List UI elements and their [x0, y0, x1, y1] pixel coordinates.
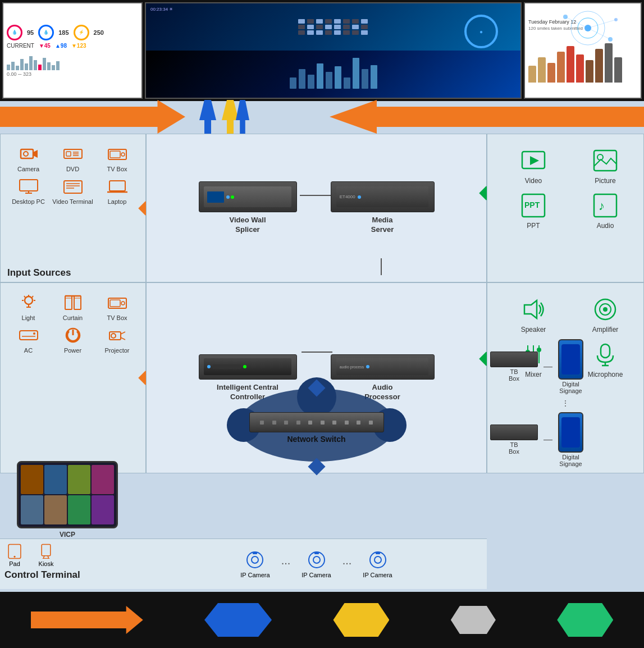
svg-text:PPT: PPT	[524, 200, 540, 209]
bottom-arrow-teal-hex	[557, 603, 613, 637]
vert-connect-1	[381, 258, 382, 275]
bottom-bars	[287, 57, 380, 91]
ip-dots-1: ...	[281, 554, 291, 567]
panel-control-left: Light Curtain	[0, 282, 146, 473]
panel-center-bottom: Intelligent Central Controller audio pro…	[146, 282, 487, 473]
port	[272, 421, 276, 425]
svg-point-81	[313, 556, 320, 563]
device-camera: Camera	[7, 143, 49, 172]
port	[321, 421, 325, 425]
dots-sep: ⋮	[490, 399, 641, 408]
svg-point-84	[374, 556, 381, 563]
arrow-right	[330, 100, 644, 134]
device-laptop: Laptop	[96, 176, 138, 205]
ip-camera-1: IP Camera	[240, 550, 270, 578]
port	[260, 421, 264, 425]
svg-rect-18	[110, 151, 120, 158]
device-pad: Pad	[4, 544, 25, 567]
svg-point-61	[111, 334, 116, 338]
device-kiosk: Kiosk	[36, 544, 56, 567]
digital-signage-tablet-2	[558, 412, 583, 453]
vicp-label: VICP	[17, 531, 118, 539]
monitor-center: 00:23:34 ☀ ●	[145, 2, 522, 99]
bottom-arrow-blue-hex	[204, 603, 272, 637]
video-wall-splicer-unit: Video Wall Splicer	[199, 181, 297, 235]
svg-rect-88	[42, 545, 51, 556]
arrow-blue-down	[199, 100, 216, 134]
svg-point-11	[24, 152, 28, 156]
svg-rect-13	[66, 152, 71, 156]
digital-signage-tablet-1	[558, 339, 583, 380]
device-power: Power	[52, 325, 94, 354]
audio-processor-box: audio process	[331, 354, 435, 380]
digital-signage-label-2: DigitalSignage	[559, 454, 582, 467]
output-ppt: PPT PPT	[500, 191, 567, 230]
digital-signage-label-1: DigitalSignage	[559, 381, 582, 394]
svg-rect-82	[314, 552, 319, 554]
svg-line-62	[121, 332, 125, 334]
svg-point-83	[370, 552, 386, 568]
device-desktop: Desktop PC	[7, 176, 49, 205]
vicp-tablet	[17, 461, 118, 528]
device-tvbox-bottom: TV Box	[96, 292, 138, 321]
svg-point-67	[603, 307, 608, 312]
svg-line-44	[32, 296, 33, 298]
bottom-arrow-gray-hex	[451, 606, 496, 634]
tb-box-label-1: TBBox	[509, 368, 519, 382]
device-curtain: Curtain	[52, 292, 94, 321]
svg-point-34	[597, 154, 603, 160]
tb-row-2: TBBox — DigitalSignage	[490, 412, 641, 467]
control-terminal-label-area: Pad Kiosk Control Terminal	[0, 539, 146, 589]
device-video-terminal: Video Terminal	[52, 176, 94, 205]
bottom-arrow-orange	[31, 606, 143, 634]
dash-sep-1: —	[543, 362, 552, 372]
port	[369, 421, 373, 425]
tb-signage-section: TBBox — DigitalSignage ⋮ TBBox —	[490, 339, 641, 467]
device-projector: Projector	[96, 325, 138, 354]
arrow-yellow-down	[222, 100, 239, 134]
video-wall-splicer-box	[199, 181, 297, 212]
media-server-label: Media Server	[371, 216, 394, 235]
gauge-red: 💧	[7, 25, 22, 40]
port	[357, 421, 360, 425]
svg-rect-79	[253, 552, 257, 554]
ip-dots-2: ...	[342, 554, 352, 567]
port	[296, 421, 300, 425]
port	[308, 421, 312, 425]
keyboard-mockup	[298, 19, 369, 35]
monitor-center-top: 00:23:34 ☀ ●	[146, 3, 520, 51]
svg-line-43	[24, 296, 25, 298]
ip-camera-3: IP Camera	[363, 550, 392, 578]
bar-chart	[7, 53, 138, 70]
svg-point-87	[13, 556, 15, 558]
video-wall-splicer-label: Video Wall Splicer	[229, 216, 266, 235]
svg-point-57	[33, 332, 35, 335]
svg-rect-9	[21, 149, 33, 158]
device-ac: AC	[7, 325, 49, 354]
svg-rect-85	[376, 552, 380, 554]
svg-point-39	[25, 296, 33, 304]
svg-point-80	[309, 552, 325, 568]
ip-cameras-section: IP Camera ... IP Camera ... IP Camera	[146, 539, 487, 589]
gauge-yellow: ⚡	[74, 25, 89, 40]
svg-rect-27	[109, 181, 125, 191]
arrow-blue2-down	[236, 100, 249, 134]
bottom-arrows-bar	[0, 592, 644, 648]
svg-point-54	[121, 302, 125, 305]
port	[345, 421, 349, 425]
control-devices-grid: Light Curtain	[7, 290, 139, 354]
svg-marker-32	[530, 156, 539, 165]
svg-text:♪: ♪	[599, 199, 605, 213]
svg-rect-53	[110, 300, 120, 307]
arrow-left	[0, 100, 185, 134]
device-light: Light	[7, 292, 49, 321]
svg-point-77	[247, 552, 263, 568]
connect-line-bottom	[302, 352, 332, 353]
network-switch-label: Network Switch	[287, 435, 345, 444]
svg-line-63	[121, 337, 125, 340]
output-amplifier: Amplifier	[572, 295, 639, 334]
ip-camera-2: IP Camera	[302, 550, 331, 578]
media-server-box: ET4000	[331, 181, 435, 212]
output-audio: ♪ Audio	[572, 191, 639, 230]
input-sources-grid: Camera DVD	[7, 141, 139, 205]
